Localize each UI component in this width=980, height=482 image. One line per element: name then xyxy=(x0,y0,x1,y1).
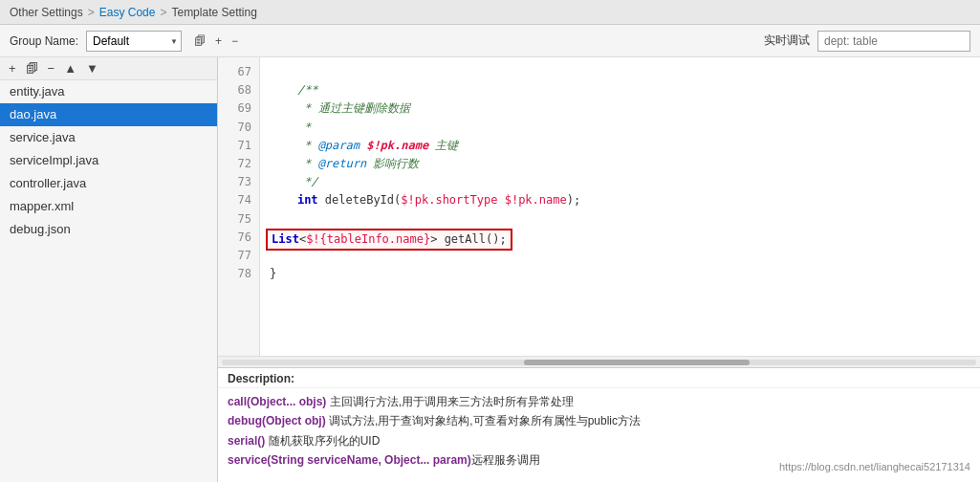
description-panel: Description: call(Object... objs) 主回调行方法… xyxy=(218,367,980,482)
sidebar-up-btn[interactable]: ▲ xyxy=(61,61,79,76)
code-line: */ xyxy=(270,173,970,191)
group-select-wrap: Default xyxy=(86,31,182,52)
breadcrumb-sep1: > xyxy=(88,6,95,19)
realtime-label: 实时调试 xyxy=(764,33,810,49)
sidebar-copy-btn[interactable]: 🗐 xyxy=(23,61,41,76)
line-number: 72 xyxy=(226,155,251,173)
desc-line: serial() 随机获取序列化的UID xyxy=(228,431,970,450)
sidebar-item[interactable]: service.java xyxy=(0,126,217,149)
scrollbar-track[interactable] xyxy=(222,360,976,365)
code-area: 676869707172737475767778 /** * 通过主键删除数据 … xyxy=(218,57,980,356)
line-number: 69 xyxy=(226,99,251,118)
group-add-btn[interactable]: + xyxy=(212,33,225,49)
breadcrumb-item2[interactable]: Easy Code xyxy=(99,6,156,19)
realtime-input[interactable] xyxy=(817,31,970,52)
code-line: * @param $!pk.name 主键 xyxy=(270,137,970,155)
right-panel: 676869707172737475767778 /** * 通过主键删除数据 … xyxy=(218,57,980,482)
desc-method: debug(Object obj) xyxy=(228,414,326,427)
breadcrumb-bar: Other Settings > Easy Code > Template Se… xyxy=(0,0,980,25)
desc-text: 主回调行方法,用于调用来三方法时所有异常处理 xyxy=(326,395,574,408)
code-content[interactable]: /** * 通过主键删除数据 * * @param $!pk.name 主键 *… xyxy=(260,57,980,356)
line-number: 68 xyxy=(226,81,251,99)
code-line: /** xyxy=(270,81,970,99)
main-layout: + 🗐 − ▲ ▼ entity.javadao.javaservice.jav… xyxy=(0,57,980,482)
code-line xyxy=(270,210,970,229)
line-number: 71 xyxy=(226,137,251,155)
sidebar-item[interactable]: dao.java xyxy=(0,103,217,126)
code-line: * xyxy=(270,119,970,137)
line-number: 78 xyxy=(226,265,251,283)
line-number: 70 xyxy=(226,119,251,137)
sidebar-remove-btn[interactable]: − xyxy=(45,61,58,76)
desc-line: call(Object... objs) 主回调行方法,用于调用来三方法时所有异… xyxy=(228,392,970,411)
sidebar-list: entity.javadao.javaservice.javaserviceIm… xyxy=(0,80,217,482)
desc-text: 随机获取序列化的UID xyxy=(265,434,380,448)
breadcrumb-sep2: > xyxy=(160,6,166,19)
desc-method: serial() xyxy=(228,434,265,448)
sidebar-add-btn[interactable]: + xyxy=(6,61,19,76)
line-numbers: 676869707172737475767778 xyxy=(218,57,260,356)
group-select[interactable]: Default xyxy=(86,31,182,52)
sidebar-item[interactable]: mapper.xml xyxy=(0,195,217,218)
group-toolbar: 🗐 + − xyxy=(191,33,241,49)
description-label: Description: xyxy=(218,368,980,388)
desc-text: 远程服务调用 xyxy=(471,453,540,467)
line-number: 76 xyxy=(226,229,251,247)
breadcrumb-item1[interactable]: Other Settings xyxy=(10,6,83,19)
sidebar-toolbar: + 🗐 − ▲ ▼ xyxy=(0,57,217,80)
code-line: * 通过主键删除数据 xyxy=(270,99,970,118)
desc-method: call(Object... objs) xyxy=(228,395,326,408)
code-line: List<$!{tableInfo.name}> getAll(); xyxy=(270,229,970,247)
sidebar-item[interactable]: serviceImpl.java xyxy=(0,149,217,172)
sidebar-item[interactable]: entity.java xyxy=(0,80,217,103)
desc-line: debug(Object obj) 调试方法,用于查询对象结构,可查看对象所有属… xyxy=(228,411,970,430)
group-name-label: Group Name: xyxy=(10,34,78,48)
line-number: 75 xyxy=(226,210,251,229)
code-line: * @return 影响行数 xyxy=(270,155,970,173)
scrollbar-area[interactable] xyxy=(218,356,980,367)
group-row: Group Name: Default 🗐 + − 实时调试 xyxy=(0,25,980,57)
group-remove-btn[interactable]: − xyxy=(229,33,241,49)
line-number: 67 xyxy=(226,63,251,81)
desc-url[interactable]: https://blog.csdn.net/lianghecai52171314 xyxy=(779,458,970,476)
sidebar: + 🗐 − ▲ ▼ entity.javadao.javaservice.jav… xyxy=(0,57,218,482)
sidebar-down-btn[interactable]: ▼ xyxy=(83,61,101,76)
line-number: 77 xyxy=(226,247,251,265)
description-content: call(Object... objs) 主回调行方法,用于调用来三方法时所有异… xyxy=(218,388,980,482)
code-line: } xyxy=(270,265,970,283)
scrollbar-thumb[interactable] xyxy=(524,360,751,365)
group-copy-btn[interactable]: 🗐 xyxy=(191,33,208,49)
desc-method: service(String serviceName, Object... pa… xyxy=(228,453,471,467)
code-line xyxy=(270,63,970,81)
sidebar-item[interactable]: debug.json xyxy=(0,218,217,241)
line-number: 74 xyxy=(226,191,251,209)
line-number: 73 xyxy=(226,173,251,191)
desc-text: 调试方法,用于查询对象结构,可查看对象所有属性与public方法 xyxy=(326,414,641,427)
breadcrumb-item3[interactable]: Template Setting xyxy=(171,6,256,19)
code-line: int deleteById($!pk.shortType $!pk.name)… xyxy=(270,191,970,209)
sidebar-item[interactable]: controller.java xyxy=(0,172,217,195)
